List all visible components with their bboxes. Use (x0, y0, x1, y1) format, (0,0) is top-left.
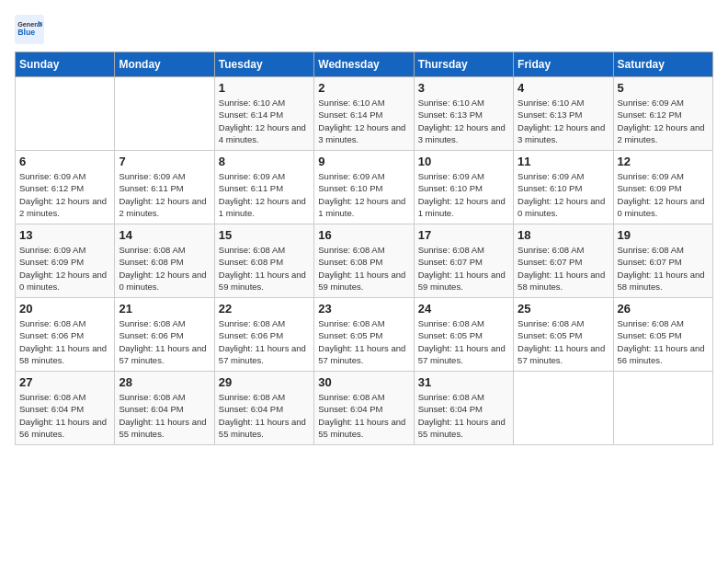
calendar-cell: 16Sunrise: 6:08 AM Sunset: 6:08 PM Dayli… (314, 224, 414, 298)
day-detail: Sunrise: 6:10 AM Sunset: 6:13 PM Dayligh… (418, 97, 509, 145)
day-header-thursday: Thursday (414, 52, 513, 77)
calendar-cell: 26Sunrise: 6:08 AM Sunset: 6:05 PM Dayli… (613, 298, 712, 372)
day-detail: Sunrise: 6:09 AM Sunset: 6:10 PM Dayligh… (518, 170, 609, 219)
day-detail: Sunrise: 6:10 AM Sunset: 6:14 PM Dayligh… (219, 97, 310, 145)
calendar-cell: 9Sunrise: 6:09 AM Sunset: 6:10 PM Daylig… (314, 151, 414, 224)
day-detail: Sunrise: 6:08 AM Sunset: 6:05 PM Dayligh… (318, 317, 409, 366)
day-detail: Sunrise: 6:08 AM Sunset: 6:04 PM Dayligh… (19, 391, 110, 440)
calendar-cell: 25Sunrise: 6:08 AM Sunset: 6:05 PM Dayli… (514, 298, 613, 372)
day-detail: Sunrise: 6:08 AM Sunset: 6:07 PM Dayligh… (618, 244, 709, 293)
day-detail: Sunrise: 6:08 AM Sunset: 6:06 PM Dayligh… (19, 317, 110, 366)
day-number: 30 (318, 375, 409, 389)
day-number: 10 (418, 155, 509, 168)
day-detail: Sunrise: 6:09 AM Sunset: 6:10 PM Dayligh… (318, 170, 409, 219)
day-number: 23 (318, 302, 409, 316)
day-detail: Sunrise: 6:09 AM Sunset: 6:09 PM Dayligh… (618, 170, 709, 219)
day-detail: Sunrise: 6:08 AM Sunset: 6:07 PM Dayligh… (518, 244, 609, 293)
day-number: 20 (19, 302, 110, 316)
day-number: 7 (119, 155, 210, 168)
day-number: 24 (418, 302, 509, 316)
day-header-saturday: Saturday (613, 52, 712, 77)
day-detail: Sunrise: 6:08 AM Sunset: 6:08 PM Dayligh… (318, 244, 409, 293)
day-detail: Sunrise: 6:09 AM Sunset: 6:09 PM Dayligh… (19, 244, 110, 293)
day-header-monday: Monday (115, 52, 214, 77)
day-detail: Sunrise: 6:09 AM Sunset: 6:10 PM Dayligh… (418, 170, 509, 219)
calendar-cell: 22Sunrise: 6:08 AM Sunset: 6:06 PM Dayli… (214, 298, 313, 372)
calendar-cell (16, 77, 115, 151)
day-header-friday: Friday (514, 52, 613, 77)
calendar-cell: 20Sunrise: 6:08 AM Sunset: 6:06 PM Dayli… (16, 298, 115, 372)
day-number: 28 (119, 375, 210, 389)
day-detail: Sunrise: 6:10 AM Sunset: 6:13 PM Dayligh… (518, 97, 609, 145)
day-detail: Sunrise: 6:08 AM Sunset: 6:05 PM Dayligh… (618, 317, 709, 366)
day-number: 17 (418, 228, 509, 242)
day-detail: Sunrise: 6:08 AM Sunset: 6:04 PM Dayligh… (418, 391, 509, 440)
day-number: 2 (318, 81, 409, 95)
day-number: 25 (518, 302, 609, 316)
page-header: General Blue (15, 15, 713, 44)
calendar-cell: 31Sunrise: 6:08 AM Sunset: 6:04 PM Dayli… (414, 372, 513, 445)
day-number: 18 (518, 228, 609, 242)
day-number: 31 (418, 375, 509, 389)
day-header-wednesday: Wednesday (314, 52, 414, 77)
logo: General Blue (15, 15, 48, 44)
calendar-cell: 6Sunrise: 6:09 AM Sunset: 6:12 PM Daylig… (16, 151, 115, 224)
day-detail: Sunrise: 6:09 AM Sunset: 6:12 PM Dayligh… (618, 97, 709, 145)
svg-text:Blue: Blue (17, 28, 35, 37)
calendar-cell: 7Sunrise: 6:09 AM Sunset: 6:11 PM Daylig… (115, 151, 214, 224)
calendar-cell: 23Sunrise: 6:08 AM Sunset: 6:05 PM Dayli… (314, 298, 414, 372)
day-detail: Sunrise: 6:08 AM Sunset: 6:07 PM Dayligh… (418, 244, 509, 293)
day-number: 19 (618, 228, 709, 242)
day-header-tuesday: Tuesday (214, 52, 313, 77)
calendar-cell: 10Sunrise: 6:09 AM Sunset: 6:10 PM Dayli… (414, 151, 513, 224)
calendar-cell: 29Sunrise: 6:08 AM Sunset: 6:04 PM Dayli… (214, 372, 313, 445)
day-number: 14 (119, 228, 210, 242)
day-number: 5 (618, 81, 709, 95)
calendar-cell: 30Sunrise: 6:08 AM Sunset: 6:04 PM Dayli… (314, 372, 414, 445)
day-number: 22 (219, 302, 310, 316)
calendar-cell: 12Sunrise: 6:09 AM Sunset: 6:09 PM Dayli… (613, 151, 712, 224)
calendar-cell: 8Sunrise: 6:09 AM Sunset: 6:11 PM Daylig… (214, 151, 313, 224)
calendar-cell (514, 372, 613, 445)
day-number: 12 (618, 155, 709, 168)
day-number: 16 (318, 228, 409, 242)
calendar-cell: 19Sunrise: 6:08 AM Sunset: 6:07 PM Dayli… (613, 224, 712, 298)
day-detail: Sunrise: 6:08 AM Sunset: 6:08 PM Dayligh… (219, 244, 310, 293)
day-detail: Sunrise: 6:08 AM Sunset: 6:04 PM Dayligh… (219, 391, 310, 440)
day-detail: Sunrise: 6:08 AM Sunset: 6:04 PM Dayligh… (318, 391, 409, 440)
calendar-cell: 21Sunrise: 6:08 AM Sunset: 6:06 PM Dayli… (115, 298, 214, 372)
day-number: 26 (618, 302, 709, 316)
day-detail: Sunrise: 6:09 AM Sunset: 6:11 PM Dayligh… (219, 170, 310, 219)
day-detail: Sunrise: 6:10 AM Sunset: 6:14 PM Dayligh… (318, 97, 409, 145)
calendar-cell: 24Sunrise: 6:08 AM Sunset: 6:05 PM Dayli… (414, 298, 513, 372)
day-header-sunday: Sunday (16, 52, 115, 77)
calendar-cell: 4Sunrise: 6:10 AM Sunset: 6:13 PM Daylig… (514, 77, 613, 151)
calendar-cell (115, 77, 214, 151)
day-number: 15 (219, 228, 310, 242)
calendar-cell: 11Sunrise: 6:09 AM Sunset: 6:10 PM Dayli… (514, 151, 613, 224)
day-detail: Sunrise: 6:08 AM Sunset: 6:08 PM Dayligh… (119, 244, 210, 293)
day-number: 8 (219, 155, 310, 168)
day-number: 29 (219, 375, 310, 389)
calendar-cell: 27Sunrise: 6:08 AM Sunset: 6:04 PM Dayli… (16, 372, 115, 445)
calendar-cell: 1Sunrise: 6:10 AM Sunset: 6:14 PM Daylig… (214, 77, 313, 151)
calendar-cell: 13Sunrise: 6:09 AM Sunset: 6:09 PM Dayli… (16, 224, 115, 298)
day-number: 21 (119, 302, 210, 316)
day-detail: Sunrise: 6:08 AM Sunset: 6:06 PM Dayligh… (119, 317, 210, 366)
day-number: 13 (19, 228, 110, 242)
calendar-cell: 15Sunrise: 6:08 AM Sunset: 6:08 PM Dayli… (214, 224, 313, 298)
day-number: 9 (318, 155, 409, 168)
calendar-cell: 17Sunrise: 6:08 AM Sunset: 6:07 PM Dayli… (414, 224, 513, 298)
day-detail: Sunrise: 6:09 AM Sunset: 6:11 PM Dayligh… (119, 170, 210, 219)
day-detail: Sunrise: 6:08 AM Sunset: 6:04 PM Dayligh… (119, 391, 210, 440)
day-detail: Sunrise: 6:09 AM Sunset: 6:12 PM Dayligh… (19, 170, 110, 219)
calendar-cell: 3Sunrise: 6:10 AM Sunset: 6:13 PM Daylig… (414, 77, 513, 151)
day-number: 1 (219, 81, 310, 95)
calendar-cell (613, 372, 712, 445)
calendar-cell: 14Sunrise: 6:08 AM Sunset: 6:08 PM Dayli… (115, 224, 214, 298)
day-number: 11 (518, 155, 609, 168)
day-detail: Sunrise: 6:08 AM Sunset: 6:05 PM Dayligh… (418, 317, 509, 366)
calendar-table: SundayMondayTuesdayWednesdayThursdayFrid… (15, 52, 713, 445)
day-number: 27 (19, 375, 110, 389)
calendar-cell: 28Sunrise: 6:08 AM Sunset: 6:04 PM Dayli… (115, 372, 214, 445)
